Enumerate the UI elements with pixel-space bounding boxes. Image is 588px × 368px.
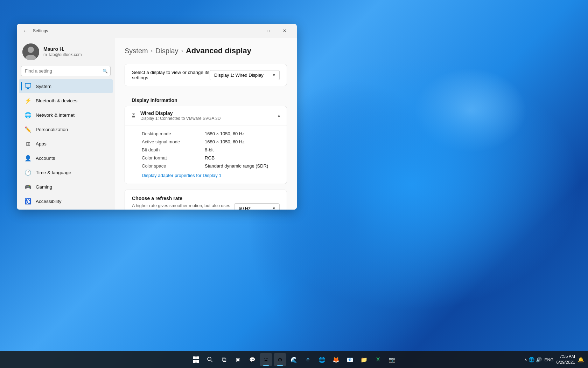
widgets-button[interactable]: ▣: [232, 353, 244, 366]
nav-list: System ⚡ Bluetooth & devices 🌐 Network &…: [17, 79, 115, 210]
app6-button[interactable]: X: [372, 353, 384, 366]
app1-button[interactable]: e: [302, 353, 314, 366]
network-icon: 🌐: [24, 111, 31, 118]
svg-rect-5: [26, 89, 30, 89]
breadcrumb-advanced: Advanced display: [186, 46, 251, 55]
clock-area[interactable]: 7:55 AM 6/29/2021: [556, 354, 575, 366]
start-button[interactable]: [190, 353, 202, 366]
sidebar-item-time[interactable]: 🕐 Time & language: [19, 165, 113, 179]
sidebar-item-bluetooth-label: Bluetooth & devices: [36, 98, 77, 103]
search-input[interactable]: [21, 66, 111, 76]
section-header-display-info: Display information: [125, 92, 287, 106]
sidebar-item-network[interactable]: 🌐 Network & internet: [19, 108, 113, 122]
app5-button[interactable]: 📁: [358, 353, 370, 366]
app4-button[interactable]: 📧: [344, 353, 356, 366]
user-name: Mauro H.: [43, 46, 82, 52]
refresh-rate-row: A higher rate gives smoother motion, but…: [132, 203, 280, 210]
close-button[interactable]: ✕: [276, 25, 293, 36]
bluetooth-icon: ⚡: [24, 97, 31, 104]
adapter-properties-link[interactable]: Display adapter properties for Display 1: [142, 173, 281, 178]
taskbar-search-button[interactable]: [204, 353, 216, 366]
color-format-label: Color format: [142, 155, 205, 161]
network-tray-icon[interactable]: 🌐: [528, 357, 534, 362]
svg-line-11: [211, 360, 212, 362]
avatar: [22, 43, 39, 60]
sidebar-item-privacy[interactable]: 🔒 Privacy & security: [19, 209, 113, 210]
detail-row-signal-mode: Active signal mode 1680 × 1050, 60 Hz: [142, 138, 281, 146]
maximize-button[interactable]: □: [260, 25, 276, 36]
select-display-row: Select a display to view or change its s…: [125, 64, 287, 86]
select-display-label: Select a display to view or change its s…: [132, 70, 210, 80]
sidebar-item-system[interactable]: System: [19, 79, 113, 93]
display-header[interactable]: 🖥 Wired Display Display 1: Connected to …: [125, 106, 287, 125]
sidebar-item-personalization-label: Personalization: [36, 127, 68, 132]
file-explorer-button[interactable]: 🗂: [260, 353, 272, 366]
svg-rect-3: [25, 83, 31, 87]
display-details: Desktop mode 1680 × 1050, 60 Hz Active s…: [125, 125, 287, 184]
color-space-label: Color space: [142, 163, 205, 169]
display-dropdown[interactable]: Display 1: Wired Display ▾: [210, 70, 280, 80]
settings-window: ← Settings ─ □ ✕ Mauro H.: [17, 24, 297, 210]
title-bar-left: ← Settings: [21, 27, 244, 35]
settings-body: Mauro H. m_lab@outlook.com 🔍: [17, 38, 297, 210]
collapse-icon: ▲: [277, 113, 281, 118]
bit-depth-value: 8-bit: [205, 147, 281, 152]
chat-button[interactable]: 💬: [246, 353, 258, 366]
chevron-tray-icon[interactable]: ∧: [524, 357, 527, 362]
sidebar-item-accessibility[interactable]: ♿ Accessibility: [19, 194, 113, 208]
refresh-rate-value: 60 Hz: [239, 206, 251, 210]
detail-row-bit-depth: Bit depth 8-bit: [142, 146, 281, 154]
breadcrumb-display[interactable]: Display: [155, 47, 178, 55]
chevron-down-icon: ▾: [273, 73, 275, 77]
display-info-card: 🖥 Wired Display Display 1: Connected to …: [125, 106, 287, 184]
sidebar-item-accounts[interactable]: 👤 Accounts: [19, 151, 113, 165]
app2-button[interactable]: 🌐: [316, 353, 328, 366]
svg-point-10: [208, 357, 211, 361]
desktop-mode-value: 1680 × 1050, 60 Hz: [205, 131, 281, 136]
sidebar-item-accounts-label: Accounts: [36, 156, 55, 161]
svg-point-1: [28, 47, 34, 53]
search-icon: 🔍: [103, 69, 108, 74]
breadcrumb-system[interactable]: System: [125, 47, 148, 55]
color-format-value: RGB: [205, 155, 281, 161]
select-display-card: Select a display to view or change its s…: [125, 64, 287, 86]
learn-more-link[interactable]: Learn more: [156, 208, 179, 210]
volume-tray-icon[interactable]: 🔊: [536, 357, 542, 362]
refresh-rate-desc: A higher rate gives smoother motion, but…: [132, 203, 234, 210]
sidebar-item-bluetooth[interactable]: ⚡ Bluetooth & devices: [19, 94, 113, 108]
sidebar-item-personalization[interactable]: ✏️ Personalization: [19, 122, 113, 136]
sidebar-item-apps[interactable]: ⊞ Apps: [19, 137, 113, 151]
svg-rect-8: [193, 360, 196, 363]
sidebar-item-gaming[interactable]: 🎮 Gaming: [19, 180, 113, 194]
svg-rect-9: [196, 360, 199, 363]
refresh-rate-dropdown[interactable]: 60 Hz ▾: [234, 203, 280, 210]
task-view-button[interactable]: ⧉: [218, 353, 230, 366]
language-label: ENG: [545, 357, 554, 362]
svg-rect-6: [193, 356, 196, 359]
monitor-icon: 🖥: [131, 113, 136, 119]
minimize-button[interactable]: ─: [244, 25, 260, 36]
clock-time: 7:55 AM: [556, 354, 575, 360]
svg-rect-4: [27, 88, 29, 89]
app3-button[interactable]: 🦊: [330, 353, 342, 366]
clock-date: 6/29/2021: [556, 360, 575, 366]
back-icon[interactable]: ←: [21, 27, 30, 35]
taskbar-center: ⧉ ▣ 💬 🗂 ⚙ 🌊 e 🌐 🦊 📧 📁 X 📷: [190, 353, 398, 366]
title-bar-title: Settings: [33, 28, 48, 33]
display-name: Wired Display: [140, 110, 220, 116]
edge-button[interactable]: 🌊: [288, 353, 300, 366]
settings-taskbar-button[interactable]: ⚙: [274, 353, 286, 366]
taskbar: ⧉ ▣ 💬 🗂 ⚙ 🌊 e 🌐 🦊 📧 📁 X 📷 ∧ 🌐 🔊 ENG 7:55…: [0, 351, 588, 368]
display-dropdown-value: Display 1: Wired Display: [214, 73, 264, 78]
refresh-rate-title: Choose a refresh rate: [132, 196, 280, 201]
language-indicator: ENG: [545, 356, 554, 363]
refresh-chevron-icon: ▾: [273, 206, 275, 210]
notification-icon[interactable]: 🔔: [578, 357, 584, 362]
sidebar-item-time-label: Time & language: [36, 170, 71, 175]
breadcrumb: System › Display › Advanced display: [125, 46, 287, 55]
title-bar: ← Settings ─ □ ✕: [17, 24, 297, 38]
breadcrumb-sep1: ›: [151, 48, 153, 54]
display-header-left: 🖥 Wired Display Display 1: Connected to …: [131, 110, 220, 121]
apps-icon: ⊞: [24, 140, 31, 147]
app7-button[interactable]: 📷: [386, 353, 398, 366]
